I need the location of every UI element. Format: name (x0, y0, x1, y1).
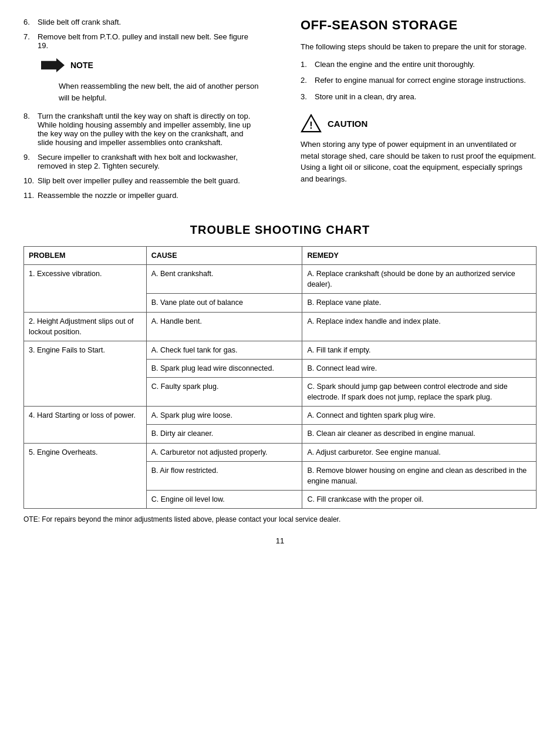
col-header-cause: CAUSE (146, 247, 302, 265)
cause-cell: A. Bent crankshaft. (146, 265, 302, 294)
trouble-title: TROUBLE SHOOTING CHART (23, 223, 537, 237)
cause-cell: C. Faulty spark plug. (146, 378, 302, 407)
remedy-cell: A. Replace index handle and index plate. (302, 312, 537, 341)
remedy-cell: B. Replace vane plate. (302, 294, 537, 312)
storage-steps: 1. Clean the engine and the entire unit … (301, 59, 537, 103)
right-column: OFF-SEASON STORAGE The following steps s… (289, 18, 537, 206)
step-7-num: 7. (23, 32, 34, 50)
remedy-cell: B. Clean air cleaner as described in eng… (302, 425, 537, 443)
storage-step-2-num: 2. (301, 75, 311, 86)
trouble-section: TROUBLE SHOOTING CHART PROBLEM CAUSE REM… (23, 223, 537, 525)
off-season-title: OFF-SEASON STORAGE (301, 18, 537, 33)
remedy-cell: B. Connect lead wire. (302, 359, 537, 377)
cause-cell: B. Spark plug lead wire disconnected. (146, 359, 302, 377)
caution-header: ! CAUTION (301, 114, 537, 133)
off-season-intro: The following steps should be taken to p… (301, 41, 537, 53)
step-9-text: Secure impeller to crankshaft with hex b… (38, 153, 259, 170)
storage-step-3-text: Store unit in a clean, dry area. (315, 91, 416, 103)
step-8-num: 8. (23, 112, 34, 147)
left-column: 6. Slide belt off crank shaft. 7. Remove… (23, 18, 271, 206)
cause-cell: C. Engine oil level low. (146, 490, 302, 508)
steps-list-top: 6. Slide belt off crank shaft. 7. Remove… (23, 18, 259, 50)
step-7: 7. Remove belt from P.T.O. pulley and in… (23, 32, 259, 50)
note-text: When reassembling the new belt, the aid … (59, 80, 259, 103)
storage-step-1: 1. Clean the engine and the entire unit … (301, 59, 537, 70)
cause-cell: A. Carburetor not adjusted properly. (146, 443, 302, 461)
remedy-cell: C. Spark should jump gap between control… (302, 378, 537, 407)
storage-step-1-num: 1. (301, 59, 311, 70)
table-row: 3. Engine Fails to Start.A. Check fuel t… (24, 341, 537, 359)
cause-cell: B. Dirty air cleaner. (146, 425, 302, 443)
remedy-cell: A. Adjust carburetor. See engine manual. (302, 443, 537, 461)
storage-step-1-text: Clean the engine and the entire unit tho… (315, 59, 475, 70)
col-header-problem: PROBLEM (24, 247, 147, 265)
step-10-num: 10. (23, 176, 34, 185)
step-6: 6. Slide belt off crank shaft. (23, 18, 259, 26)
caution-triangle-icon: ! (301, 114, 322, 133)
note-box: NOTE (41, 58, 259, 72)
steps-list-bottom: 8. Turn the crankshaft until the key way… (23, 112, 259, 200)
step-7-text: Remove belt from P.T.O. pulley and insta… (38, 32, 259, 50)
page-number: 11 (23, 536, 537, 545)
cause-cell: B. Vane plate out of balance (146, 294, 302, 312)
note-label: NOTE (70, 61, 93, 70)
table-row: 5. Engine Overheats.A. Carburetor not ad… (24, 443, 537, 461)
problem-cell: 5. Engine Overheats. (24, 443, 147, 509)
remedy-cell: A. Replace crankshaft (should be done by… (302, 265, 537, 294)
step-6-num: 6. (23, 18, 34, 26)
problem-cell: 3. Engine Fails to Start. (24, 341, 147, 407)
storage-step-3-num: 3. (301, 91, 311, 103)
table-row: 1. Excessive vibration.A. Bent crankshaf… (24, 265, 537, 294)
trouble-table: PROBLEM CAUSE REMEDY 1. Excessive vibrat… (23, 246, 537, 509)
cause-cell: A. Check fuel tank for gas. (146, 341, 302, 359)
remedy-cell: B. Remove blower housing on engine and c… (302, 461, 537, 490)
step-9-num: 9. (23, 153, 34, 170)
col-header-remedy: REMEDY (302, 247, 537, 265)
table-row: 2. Height Adjustment slips out of lockou… (24, 312, 537, 341)
problem-cell: 4. Hard Starting or loss of power. (24, 407, 147, 443)
storage-step-2: 2. Refer to engine manual for correct en… (301, 75, 537, 86)
storage-step-2-text: Refer to engine manual for correct engin… (315, 75, 526, 86)
remedy-cell: A. Connect and tighten spark plug wire. (302, 407, 537, 425)
step-8: 8. Turn the crankshaft until the key way… (23, 112, 259, 147)
caution-box: ! CAUTION When storing any type of power… (301, 114, 537, 184)
storage-step-3: 3. Store unit in a clean, dry area. (301, 91, 537, 103)
problem-cell: 1. Excessive vibration. (24, 265, 147, 312)
remedy-cell: C. Fill crankcase with the proper oil. (302, 490, 537, 508)
problem-cell: 2. Height Adjustment slips out of lockou… (24, 312, 147, 341)
remedy-cell: A. Fill tank if empty. (302, 341, 537, 359)
step-10-text: Slip belt over impeller pulley and reass… (38, 176, 240, 185)
step-6-text: Slide belt off crank shaft. (38, 18, 121, 26)
step-8-text: Turn the crankshaft until the key way on… (38, 112, 259, 147)
step-11-num: 11. (23, 191, 34, 200)
table-header-row: PROBLEM CAUSE REMEDY (24, 247, 537, 265)
step-11-text: Reassemble the nozzle or impeller guard. (38, 191, 178, 200)
cause-cell: B. Air flow restricted. (146, 461, 302, 490)
svg-text:!: ! (309, 120, 312, 130)
table-footer-note: OTE: For repairs beyond the minor adjust… (23, 515, 537, 525)
table-row: 4. Hard Starting or loss of power.A. Spa… (24, 407, 537, 425)
caution-text: When storing any type of power equipment… (301, 139, 537, 184)
step-10: 10. Slip belt over impeller pulley and r… (23, 176, 259, 185)
note-arrow-icon (41, 58, 65, 72)
cause-cell: A. Spark plug wire loose. (146, 407, 302, 425)
caution-label: CAUTION (328, 119, 367, 129)
cause-cell: A. Handle bent. (146, 312, 302, 341)
step-11: 11. Reassemble the nozzle or impeller gu… (23, 191, 259, 200)
step-9: 9. Secure impeller to crankshaft with he… (23, 153, 259, 170)
